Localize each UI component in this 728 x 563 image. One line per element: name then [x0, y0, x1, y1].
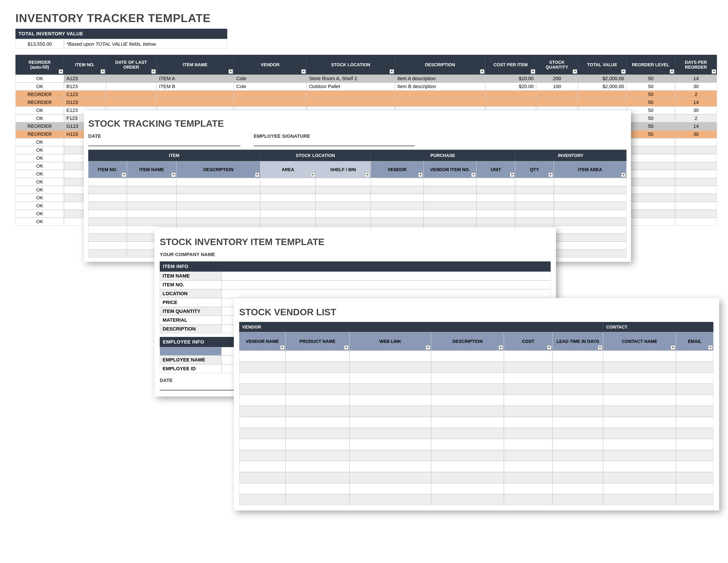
tracker-col-header[interactable]: VENDOR	[234, 55, 307, 75]
vendor-cell[interactable]	[431, 494, 504, 505]
tracking-cell[interactable]	[260, 202, 315, 210]
vendor-cell[interactable]	[552, 450, 603, 461]
vendor-cell[interactable]	[676, 439, 713, 450]
vendor-row[interactable]	[239, 362, 714, 373]
filter-dropdown-icon[interactable]	[712, 69, 716, 74]
vendor-cell[interactable]	[676, 472, 713, 483]
vendor-cell[interactable]	[349, 362, 431, 373]
vendor-col-header[interactable]: VENDOR NAME	[239, 332, 285, 351]
vendor-cell[interactable]	[285, 472, 349, 483]
tracker-col-header[interactable]: STOCK LOCATION	[307, 55, 395, 75]
tracking-cell[interactable]	[127, 218, 176, 226]
tracking-cell[interactable]	[88, 210, 127, 218]
tracking-cell[interactable]	[371, 194, 424, 202]
vendor-cell[interactable]	[676, 461, 713, 472]
vendor-cell[interactable]	[552, 351, 603, 362]
tracking-cell[interactable]	[424, 194, 477, 202]
vendor-row[interactable]	[239, 417, 714, 428]
tracking-cell[interactable]	[176, 178, 260, 186]
vendor-cell[interactable]	[239, 395, 285, 406]
vendor-row[interactable]	[239, 450, 714, 461]
tracker-cell[interactable]	[675, 170, 717, 178]
tracking-cell[interactable]	[554, 202, 627, 210]
tracker-cell[interactable]	[627, 194, 675, 202]
tracker-cell[interactable]: OK	[15, 210, 64, 218]
vendor-cell[interactable]	[603, 351, 676, 362]
tracking-cell[interactable]	[260, 218, 315, 226]
vendor-cell[interactable]	[603, 461, 676, 472]
tracking-cell[interactable]	[424, 186, 477, 194]
tracker-col-header[interactable]: REORDER LEVEL	[627, 55, 675, 75]
vendor-cell[interactable]	[239, 450, 285, 461]
tracking-cell[interactable]	[88, 249, 127, 257]
filter-dropdown-icon[interactable]	[547, 345, 552, 350]
vendor-cell[interactable]	[504, 417, 552, 428]
tracker-cell[interactable]	[578, 90, 627, 98]
tracker-cell[interactable]	[536, 90, 578, 98]
total-inventory-value[interactable]: $13,550.00	[15, 40, 64, 49]
tracker-cell[interactable]	[485, 90, 536, 98]
vendor-row[interactable]	[239, 472, 714, 483]
tracking-cell[interactable]	[554, 233, 627, 241]
tracking-cell[interactable]	[88, 226, 127, 233]
vendor-cell[interactable]	[552, 472, 603, 483]
tracker-cell[interactable]: B123	[64, 83, 106, 90]
vendor-cell[interactable]	[676, 494, 713, 505]
vendor-cell[interactable]	[239, 373, 285, 384]
filter-dropdown-icon[interactable]	[418, 173, 423, 177]
vendor-row[interactable]	[239, 395, 714, 406]
vendor-cell[interactable]	[552, 362, 603, 373]
vendor-row[interactable]	[239, 428, 714, 439]
vendor-cell[interactable]	[349, 406, 431, 417]
vendor-cell[interactable]	[239, 472, 285, 483]
vendor-cell[interactable]	[552, 417, 603, 428]
tracker-cell[interactable]: 14	[675, 75, 717, 83]
tracker-cell[interactable]: $2,000.00	[578, 83, 627, 90]
tracker-cell[interactable]: OK	[15, 138, 64, 146]
vendor-cell[interactable]	[676, 395, 713, 406]
vendor-cell[interactable]	[239, 417, 285, 428]
tracking-cell[interactable]	[88, 218, 127, 226]
filter-dropdown-icon[interactable]	[301, 69, 306, 74]
vendor-cell[interactable]	[603, 494, 676, 505]
vendor-cell[interactable]	[504, 450, 552, 461]
vendor-cell[interactable]	[431, 373, 504, 384]
tracker-cell[interactable]	[234, 98, 307, 106]
vendor-cell[interactable]	[552, 384, 603, 395]
tracker-col-header[interactable]: COST PER ITEM	[485, 55, 536, 75]
tracking-cell[interactable]	[477, 210, 515, 218]
tracker-cell[interactable]: OK	[15, 146, 64, 154]
tracker-cell[interactable]: 50	[627, 75, 675, 83]
stockitem-field-row[interactable]: ITEM NO.	[160, 280, 551, 289]
tracker-cell[interactable]: 30	[675, 106, 717, 114]
vendor-cell[interactable]	[349, 384, 431, 395]
tracking-cell[interactable]	[88, 178, 127, 186]
vendor-cell[interactable]	[349, 351, 431, 362]
tracker-cell[interactable]: OK	[15, 178, 64, 186]
tracking-date-field[interactable]	[88, 139, 240, 146]
vendor-cell[interactable]	[603, 395, 676, 406]
tracker-cell[interactable]: OK	[15, 162, 64, 170]
vendor-cell[interactable]	[349, 483, 431, 494]
tracker-cell[interactable]: 50	[627, 83, 675, 90]
vendor-cell[interactable]	[349, 417, 431, 428]
vendor-cell[interactable]	[603, 439, 676, 450]
stockitem-date-field[interactable]	[160, 383, 235, 390]
tracking-row[interactable]	[88, 210, 627, 218]
vendor-cell[interactable]	[504, 406, 552, 417]
tracker-row[interactable]: REORDERC123502	[15, 90, 717, 98]
tracker-cell[interactable]: Outdoor Pallet	[307, 83, 395, 90]
filter-dropdown-icon[interactable]	[426, 345, 430, 350]
stockitem-field-value[interactable]	[221, 280, 551, 289]
vendor-cell[interactable]	[552, 461, 603, 472]
filter-dropdown-icon[interactable]	[101, 69, 105, 74]
vendor-cell[interactable]	[431, 395, 504, 406]
vendor-cell[interactable]	[552, 395, 603, 406]
tracker-col-header[interactable]: ITEM NO.	[64, 55, 106, 75]
tracking-cell[interactable]	[477, 202, 515, 210]
tracking-cell[interactable]	[477, 178, 515, 186]
vendor-cell[interactable]	[239, 362, 285, 373]
tracker-cell[interactable]: $2,000.00	[578, 75, 627, 83]
tracking-cell[interactable]	[554, 249, 627, 257]
tracking-cell[interactable]	[477, 186, 515, 194]
